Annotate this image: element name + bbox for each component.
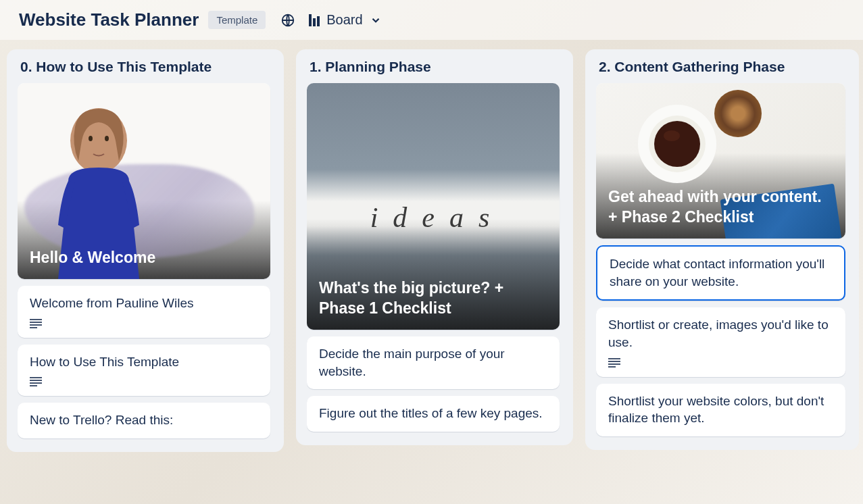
svg-point-14 [654,121,700,167]
card[interactable]: Shortlist or create, images you'd like t… [596,307,845,376]
card[interactable]: Get ahead with your content. + Phase 2 C… [596,83,845,238]
card[interactable]: Decide what contact information you'll s… [596,245,845,301]
card[interactable]: Figure out the titles of a few key pages… [307,396,560,432]
card[interactable]: Hello & Welcome [18,83,270,279]
card-title: Shortlist your website colors, but don't… [608,393,833,427]
card-title: New to Trello? Read this: [30,411,258,429]
card-cover: ideas What's the big picture? + Phase 1 … [307,83,560,330]
card-badges [30,377,258,386]
card-title: Decide the main purpose of your website. [319,345,547,380]
card-cover: Get ahead with your content. + Phase 2 C… [596,83,845,238]
chevron-down-icon [370,14,382,26]
board-view-icon [309,14,320,26]
svg-point-3 [105,136,109,141]
svg-point-15 [664,130,680,141]
card-title: Decide what contact information you'll s… [610,255,832,290]
card-cover-title: What's the big picture? + Phase 1 Checkl… [307,268,560,330]
card-badges [608,358,833,368]
card-title: How to Use This Template [30,353,258,371]
template-badge[interactable]: Template [208,11,266,29]
list: 1. Planning Phase ideas What's the big p… [296,49,573,445]
card[interactable]: Decide the main purpose of your website. [307,336,560,389]
card-cover: Hello & Welcome [18,83,270,279]
card[interactable]: New to Trello? Read this: [18,403,270,438]
list: 2. Content Gathering Phase Get ahead wit… [585,49,859,450]
board-title[interactable]: Website Task Planner [19,9,199,30]
description-icon [30,319,42,328]
svg-point-2 [89,136,93,141]
list-cards[interactable]: ideas What's the big picture? + Phase 1 … [307,83,565,438]
card[interactable]: Shortlist your website colors, but don't… [596,384,845,436]
description-icon [30,377,42,386]
list-title[interactable]: 0. How to Use This Template [18,59,276,75]
view-switcher[interactable]: Board [309,12,381,28]
list-title[interactable]: 1. Planning Phase [307,59,565,75]
muffin-image [714,90,762,137]
board-canvas[interactable]: 0. How to Use This Template [0,40,863,497]
card-cover-title: Get ahead with your content. + Phase 2 C… [596,176,845,238]
list-cards[interactable]: Get ahead with your content. + Phase 2 C… [596,83,851,443]
card[interactable]: How to Use This Template [18,345,270,397]
card-title: Figure out the titles of a few key pages… [319,405,547,422]
card-title: Shortlist or create, images you'd like t… [608,316,833,351]
list-cards[interactable]: Hello & Welcome Welcome from Pauline Wil… [18,83,276,445]
card[interactable]: Welcome from Pauline Wiles [18,286,270,338]
card[interactable]: ideas What's the big picture? + Phase 1 … [307,83,560,330]
card-cover-title: Hello & Welcome [18,237,168,279]
description-icon [608,358,620,368]
card-badges [30,319,258,328]
globe-icon[interactable] [280,13,295,28]
ideas-text: ideas [307,201,560,234]
card-title: Welcome from Pauline Wiles [30,295,258,312]
view-label: Board [326,12,362,28]
coffee-cup-image [637,103,718,184]
list: 0. How to Use This Template [7,49,284,452]
board-header: Website Task Planner Template Board [0,0,863,40]
list-title[interactable]: 2. Content Gathering Phase [596,59,851,75]
